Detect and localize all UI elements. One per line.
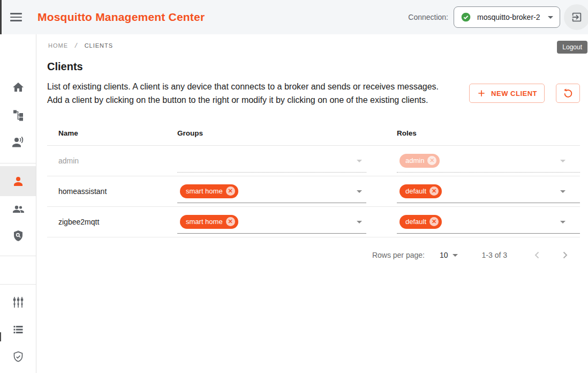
person-icon (12, 175, 25, 188)
groups-select[interactable]: smart home ✕ (177, 180, 366, 203)
sidebar-divider (0, 163, 36, 163)
table-row[interactable]: admin admin ✕ (47, 146, 580, 176)
chevron-down-icon (560, 160, 566, 162)
sidebar-divider (0, 256, 36, 256)
hamburger-icon (10, 13, 22, 14)
shield-check-icon (12, 350, 25, 363)
sidebar-item-broadcast[interactable] (0, 129, 36, 155)
menu-toggle-button[interactable] (9, 10, 23, 24)
check-circle-icon (461, 12, 471, 23)
breadcrumb-current: CLIENTS (85, 42, 113, 49)
breadcrumb: HOME / CLIENTS (47, 41, 580, 49)
chip-delete-icon[interactable]: ✕ (427, 156, 436, 165)
chevron-down-icon (357, 190, 362, 193)
list-icon (12, 323, 25, 336)
chip-label: default (405, 187, 426, 195)
roles-select[interactable]: default ✕ (397, 180, 580, 203)
new-client-button[interactable]: NEW CLIENT (469, 84, 545, 103)
page-description: List of existing clients. A client is an… (47, 80, 444, 107)
chip-delete-icon[interactable]: ✕ (429, 217, 439, 226)
breadcrumb-separator: / (75, 41, 78, 49)
chip-label: smart home (186, 218, 223, 226)
column-header-groups: Groups (177, 129, 397, 137)
topbar-right-cluster: Connection: mosquitto-broker-2 (408, 4, 588, 30)
sidebar-item-groups[interactable] (0, 196, 36, 221)
action-buttons: NEW CLIENT (469, 84, 580, 103)
previous-page-button[interactable] (531, 249, 544, 262)
groups-select[interactable]: smart home ✕ (177, 210, 366, 234)
table-row[interactable]: zigbee2mqtt smart home ✕ default ✕ (47, 207, 580, 237)
pagination-range: 1-3 of 3 (482, 251, 507, 259)
connection-value: mosquitto-broker-2 (477, 13, 548, 21)
rows-per-page-value[interactable]: 10 (440, 251, 448, 259)
role-chip[interactable]: default ✕ (399, 184, 442, 198)
client-name: zigbee2mqtt (47, 218, 177, 226)
chevron-down-icon (357, 221, 362, 223)
client-name: admin (47, 156, 177, 165)
exit-to-app-icon (571, 11, 583, 23)
roles-select[interactable]: admin ✕ (397, 149, 580, 173)
sidebar-item-topology[interactable] (0, 102, 36, 128)
intro-row: List of existing clients. A client is an… (47, 80, 580, 107)
app-title: Mosquitto Management Center (37, 11, 205, 24)
roles-select[interactable]: default ✕ (397, 210, 580, 234)
role-chip[interactable]: admin ✕ (399, 154, 440, 168)
clients-table: Name Groups Roles admin admin ✕ (47, 121, 580, 237)
chevron-right-icon (559, 249, 571, 262)
new-client-label: NEW CLIENT (491, 89, 537, 98)
record-voice-icon (12, 136, 25, 148)
rows-per-page-label: Rows per page: (372, 251, 425, 259)
refresh-icon (562, 87, 574, 99)
chip-label: smart home (186, 187, 223, 195)
shield-search-icon (12, 229, 25, 242)
chevron-down-icon (560, 190, 566, 193)
connection-label: Connection: (408, 13, 448, 21)
group-chip[interactable]: smart home ✕ (180, 215, 238, 229)
page-title: Clients (47, 61, 580, 73)
sidebar (0, 34, 36, 373)
role-chip[interactable]: default ✕ (399, 215, 442, 229)
people-icon (12, 202, 25, 215)
plus-icon (477, 88, 486, 98)
main-content: HOME / CLIENTS Clients List of existing … (36, 34, 588, 373)
chip-label: admin (405, 156, 424, 165)
chip-delete-icon[interactable]: ✕ (226, 186, 235, 196)
chevron-down-icon (560, 221, 566, 223)
connection-select[interactable]: mosquitto-broker-2 (454, 6, 560, 28)
sidebar-item-security[interactable] (0, 344, 36, 370)
chip-delete-icon[interactable]: ✕ (429, 186, 439, 196)
pagination: Rows per page: 10 1-3 of 3 (47, 237, 580, 273)
left-edge-strip-bottom (0, 332, 1, 341)
chevron-down-icon (548, 16, 553, 19)
refresh-button[interactable] (556, 84, 580, 103)
sidebar-item-plugins[interactable] (0, 289, 36, 315)
topology-icon (12, 108, 25, 121)
table-row[interactable]: homeassistant smart home ✕ default ✕ (47, 176, 580, 207)
sidebar-item-streams[interactable] (0, 317, 36, 342)
groups-select[interactable] (177, 149, 366, 173)
column-header-roles: Roles (397, 129, 580, 137)
group-chip[interactable]: smart home ✕ (180, 184, 238, 198)
chip-label: default (405, 218, 426, 226)
left-edge-strip (0, 0, 2, 34)
sidebar-item-roles[interactable] (0, 223, 36, 249)
table-header: Name Groups Roles (47, 121, 580, 146)
chevron-left-icon (531, 249, 544, 262)
sidebar-item-home[interactable] (0, 74, 36, 100)
sidebar-divider (0, 284, 36, 285)
column-header-name: Name (47, 129, 177, 137)
sidebar-item-clients[interactable] (0, 166, 36, 196)
sliders-icon (12, 296, 25, 309)
breadcrumb-home[interactable]: HOME (48, 42, 68, 49)
client-name: homeassistant (47, 187, 177, 196)
chevron-down-icon (357, 160, 362, 162)
top-bar: Mosquitto Management Center Connection: … (0, 0, 588, 34)
logout-button[interactable] (564, 4, 588, 30)
chip-delete-icon[interactable]: ✕ (226, 217, 235, 226)
next-page-button[interactable] (559, 249, 571, 262)
chevron-down-icon[interactable] (453, 254, 458, 257)
home-icon (12, 81, 25, 94)
logout-tooltip: Logout (557, 41, 587, 54)
